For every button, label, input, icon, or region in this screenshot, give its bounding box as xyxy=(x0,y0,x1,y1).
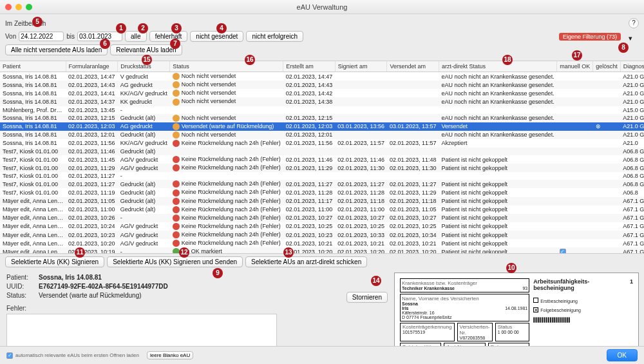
badge-7: 7 xyxy=(170,39,180,49)
badge-16: 16 xyxy=(245,55,255,65)
patient-value: Sossna, Iris 14.08.81 xyxy=(39,274,102,281)
table-row[interactable]: Sossna, Iris 14.08.8102.01.2023, 12:03AG… xyxy=(0,122,644,131)
pv-nr: 1 xyxy=(630,278,633,285)
badge-18: 18 xyxy=(502,55,513,65)
table-row[interactable]: Sossna, Iris 14.08.8102.01.2023, 14:43AG… xyxy=(0,81,644,89)
auto-checkbox[interactable]: ✓ xyxy=(6,352,13,359)
pv-kk: Techniker Krankenkasse xyxy=(402,286,455,291)
table-row[interactable]: Test7, Kiosk 01.01.0002.01.2023, 11:45AG… xyxy=(0,155,644,164)
table-row[interactable]: Mäyer edit, Anna Len…02.01.2023, 10:26-K… xyxy=(0,214,644,222)
table-row[interactable]: Test7, Kiosk 01.01.0002.01.2023, 11:27Ge… xyxy=(0,180,644,188)
badge-1: 1 xyxy=(116,23,126,34)
pv-name: Sossna xyxy=(402,302,418,306)
von-input[interactable] xyxy=(19,32,64,41)
uuid-value: E7627149-92FE-402A-8F64-5E19144977DD xyxy=(39,283,168,290)
ok-button[interactable]: OK xyxy=(607,349,638,361)
pv-vorname: Iris xyxy=(402,306,409,311)
table-row[interactable]: Sossna, Iris 14.08.8102.01.2023, 12:01Ge… xyxy=(0,131,644,139)
table-row[interactable]: Sossna, Iris 14.08.8102.01.2023, 14:41KK… xyxy=(0,89,644,97)
filter-fehlerhaft[interactable]: fehlerhaft xyxy=(149,31,188,42)
table-row[interactable]: Mäyer edit, Anna Len…02.01.2023, 10:19-A… xyxy=(0,247,644,254)
table-row[interactable]: Sossna, Iris 14.08.8102.01.2023, 14:47V … xyxy=(0,72,644,81)
status-value: Versendet (warte auf Rückmeldung) xyxy=(39,292,142,303)
status-label: Status: xyxy=(6,292,39,303)
col-4[interactable]: Erstellt am xyxy=(283,61,336,72)
badge-10: 10 xyxy=(506,263,516,273)
col-9[interactable]: gelöscht xyxy=(593,61,621,72)
sign-button[interactable]: Selektierte AUs (KK) Signieren xyxy=(5,256,104,267)
filter-icon[interactable]: ▾ xyxy=(629,34,632,43)
table-row[interactable]: Mäyer edit, Anna Len…02.01.2023, 11:00Ge… xyxy=(0,206,644,214)
pv-street: Käfersteinstr. 16 xyxy=(402,311,435,315)
toolbar: Im Zeitbereich ? Von bis alle fehlerhaft… xyxy=(0,14,644,61)
table-row[interactable]: Sossna, Iris 14.08.8102.01.2023, 12:15Ge… xyxy=(0,114,644,122)
pv-dob: 14.08.1981 xyxy=(505,306,527,311)
badge-11: 11 xyxy=(75,247,85,258)
window-title: eAU Verwaltung xyxy=(0,3,644,11)
barcode-icon: ▌▌▌▌▌▌▌▌▌▌▌▌▌▌▌▌▌▌ xyxy=(533,318,633,323)
pv-erst: Erstbescheinigung xyxy=(540,299,578,303)
pv-kknum: 93 xyxy=(522,286,527,291)
manuell-ok-checkbox[interactable]: ✓ xyxy=(560,249,566,254)
bis-label: bis xyxy=(66,33,75,40)
pv-city: D 07774 Frauenprießnitz xyxy=(402,315,451,320)
col-7[interactable]: arzt-direkt Status xyxy=(439,61,557,72)
erst-checkbox xyxy=(533,298,538,303)
table-row[interactable]: Test7, Kiosk 01.01.0002.01.2023, 11:19Ge… xyxy=(0,188,644,196)
badge-5: 5 xyxy=(32,17,43,27)
titlebar: eAU Verwaltung xyxy=(0,0,644,14)
table-row[interactable]: Mühlenberg, Prof. Dr…02.01.2023, 13:45-A… xyxy=(0,106,644,114)
badge-3: 3 xyxy=(171,23,182,34)
table-row[interactable]: Mäyer edit, Anna Len…02.01.2023, 10:24AG… xyxy=(0,222,644,231)
table-wrap[interactable]: PatientFormularanlageDruckstatusStatusEr… xyxy=(0,61,644,254)
arzt-direkt-button[interactable]: Selektierte AUs an arzt-direkt schicken xyxy=(245,256,367,267)
table-row[interactable]: Mäyer edit, Anna Len…02.01.2023, 10:20AG… xyxy=(0,239,644,247)
au-table: PatientFormularanlageDruckstatusStatusEr… xyxy=(0,61,644,254)
pv-knr: 101575519 xyxy=(402,330,425,334)
badge-8: 8 xyxy=(618,43,629,53)
auto-label: automatisch relevante eAUs beim ersten Ö… xyxy=(15,352,139,358)
folge-checkbox: ✕ xyxy=(533,307,538,312)
table-row[interactable]: Mäyer edit, Anna Len…02.01.2023, 11:05Ge… xyxy=(0,197,644,206)
von-label: Von xyxy=(5,33,16,40)
table-row[interactable]: Test7, Kiosk 01.01.0002.01.2023, 11:27-A… xyxy=(0,172,644,180)
badge-15: 15 xyxy=(142,55,152,65)
filter-nicht-erfolgreich[interactable]: nicht erfolgreich xyxy=(246,31,303,42)
bis-input[interactable] xyxy=(77,32,122,41)
badge-13: 13 xyxy=(283,247,294,258)
col-0[interactable]: Patient xyxy=(0,61,66,72)
badge-12: 12 xyxy=(179,247,189,258)
pv-vnr: V872083558 xyxy=(460,336,486,340)
badge-6: 6 xyxy=(100,39,110,49)
badge-9: 9 xyxy=(213,268,223,278)
badge-14: 14 xyxy=(371,276,381,286)
uuid-label: UUID: xyxy=(6,283,39,290)
filter-badge[interactable]: Eigene Filterung (73) xyxy=(559,33,621,41)
table-row[interactable]: Mäyer edit, Anna Len…02.01.2023, 10:23AG… xyxy=(0,231,644,239)
table-row[interactable]: Sossna, Iris 14.08.8102.01.2023, 14:37KK… xyxy=(0,97,644,106)
pv-title1: Arbeitsunfähigkeits- xyxy=(533,278,589,285)
pv-title2: bescheinigung xyxy=(533,285,574,291)
table-row[interactable]: Test7, Kiosk 01.01.0002.01.2023, 11:46Ge… xyxy=(0,148,644,155)
table-row[interactable]: Test7, Kiosk 01.01.0002.01.2023, 11:29AG… xyxy=(0,164,644,172)
col-6[interactable]: Versendet am xyxy=(387,61,439,72)
col-10[interactable]: Diagnosen xyxy=(620,61,644,72)
leere-button[interactable]: leere Blanko eAU xyxy=(147,351,193,359)
pv-folge: Folgebescheinigung xyxy=(540,308,581,312)
load-all-button[interactable]: Alle nicht versendete AUs laden xyxy=(5,44,108,55)
col-1[interactable]: Formularanlage xyxy=(66,61,118,72)
selection-bar: Selektierte AUs (KK) Signieren Selektier… xyxy=(0,254,644,270)
pv-st: 1 00 00 00 xyxy=(498,330,519,334)
badge-2: 2 xyxy=(138,23,148,34)
col-3[interactable]: Status xyxy=(170,61,283,72)
footer: ✓ automatisch relevante eAUs beim ersten… xyxy=(0,346,644,364)
col-8[interactable]: manuell OK xyxy=(557,61,593,72)
sign-send-button[interactable]: Selektierte AUs (KK) Signieren und Sende… xyxy=(107,256,243,267)
help-icon[interactable]: ? xyxy=(629,18,639,28)
fehler-label: Fehler: xyxy=(6,305,39,312)
table-row[interactable]: Sossna, Iris 14.08.8102.01.2023, 11:56KK… xyxy=(0,139,644,148)
badge-17: 17 xyxy=(572,50,582,61)
col-5[interactable]: Signiert am xyxy=(335,61,387,72)
stornieren-button[interactable]: Stornieren xyxy=(346,292,388,303)
filter-nicht-gesendet[interactable]: nicht gesendet xyxy=(190,31,243,42)
